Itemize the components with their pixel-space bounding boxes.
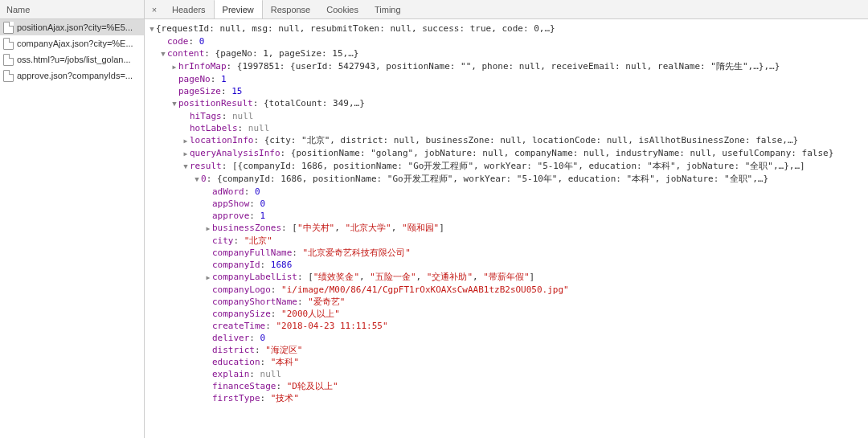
- request-detail-panel: × HeadersPreviewResponseCookiesTiming {r…: [145, 0, 868, 438]
- preview-tree[interactable]: {requestId: null, msg: null, resubmitTok…: [145, 19, 868, 438]
- json-punc: :: [221, 86, 231, 96]
- json-key: companySize: [212, 309, 271, 319]
- arrow-down-icon[interactable]: [148, 23, 156, 35]
- tree-row[interactable]: 0: {companyId: 1686, positionName: "Go开发…: [148, 173, 868, 186]
- tree-row[interactable]: ▶companyLogo: "i/image/M00/86/41/CgpFT1r…: [148, 284, 868, 296]
- json-summary: {companyId: 1686, positionName: "Go开发工程师…: [217, 174, 768, 184]
- tab-cookies[interactable]: Cookies: [318, 0, 366, 18]
- tree-row[interactable]: ▶hiTags: null: [148, 110, 868, 122]
- json-summary: {city: "北京", district: null, businessZon…: [264, 135, 798, 145]
- tree-row[interactable]: ▶approve: 1: [148, 210, 868, 222]
- tab-response[interactable]: Response: [263, 0, 319, 18]
- tree-row[interactable]: businessZones: ["中关村", "北京大学", "颐和园"]: [148, 222, 868, 235]
- arrow-down-icon[interactable]: [193, 173, 201, 186]
- json-punc: ,: [473, 272, 483, 282]
- json-punc: :: [276, 381, 286, 391]
- json-key: pageNo: [178, 74, 211, 84]
- json-punc: :: [271, 284, 281, 295]
- tree-row[interactable]: positionResult: {totalCount: 349,…}: [148, 97, 868, 110]
- tree-row[interactable]: ▶city: "北京": [148, 235, 868, 247]
- tree-row[interactable]: locationInfo: {city: "北京", district: nul…: [148, 134, 868, 147]
- tree-row[interactable]: ▶deliver: 0: [148, 332, 868, 344]
- arrow-right-icon[interactable]: [204, 271, 212, 284]
- json-key: pageSize: [178, 86, 221, 96]
- tree-row[interactable]: ▶pageNo: 1: [148, 73, 868, 85]
- tree-row[interactable]: ▶explain: null: [148, 368, 868, 380]
- json-num: 1686: [271, 260, 293, 270]
- json-punc: :: [204, 48, 215, 59]
- request-item[interactable]: approve.json?companyIds=...: [0, 68, 144, 84]
- request-item[interactable]: companyAjax.json?city=%E...: [0, 35, 144, 51]
- json-key: queryAnalysisInfo: [190, 148, 280, 158]
- tree-row[interactable]: ▶appShow: 0: [148, 198, 868, 210]
- close-icon[interactable]: ×: [145, 0, 164, 18]
- tree-row[interactable]: companyLabelList: ["绩效奖金", "五险一金", "交通补助…: [148, 271, 868, 284]
- arrow-right-icon[interactable]: [182, 147, 190, 160]
- tab-preview[interactable]: Preview: [214, 0, 263, 18]
- json-key: explain: [212, 369, 249, 379]
- request-item[interactable]: oss.html?u=/jobs/list_golan...: [0, 51, 144, 68]
- tree-row[interactable]: ▶financeStage: "D轮及以上": [148, 380, 868, 392]
- tree-row[interactable]: ▶education: "本科": [148, 356, 868, 368]
- json-str: "中关村": [297, 223, 334, 233]
- arrow-right-icon[interactable]: [204, 222, 212, 235]
- tree-row[interactable]: content: {pageNo: 1, pageSize: 15,…}: [148, 47, 868, 60]
- file-icon: [3, 38, 14, 50]
- json-punc: :: [260, 393, 271, 403]
- json-summary: {pageNo: 1, pageSize: 15,…}: [215, 48, 359, 59]
- arrow-down-icon[interactable]: [159, 47, 167, 60]
- tree-row[interactable]: ▶firstType: "技术": [148, 392, 868, 404]
- tree-row[interactable]: queryAnalysisInfo: {positionName: "golan…: [148, 147, 868, 160]
- tree-row[interactable]: ▶companyFullName: "北京爱奇艺科技有限公司": [148, 247, 868, 259]
- json-punc: :: [249, 199, 260, 209]
- json-punc: :: [227, 61, 237, 72]
- arrow-down-icon[interactable]: [182, 160, 190, 173]
- json-punc: :: [244, 186, 255, 197]
- json-str: "爱奇艺": [308, 297, 345, 307]
- tree-row[interactable]: {requestId: null, msg: null, resubmitTok…: [148, 23, 868, 35]
- request-list-header: Name: [0, 0, 144, 19]
- json-str: "绩效奖金": [313, 272, 359, 282]
- json-str: "技术": [271, 393, 299, 403]
- json-punc: :: [253, 98, 264, 108]
- tab-timing[interactable]: Timing: [366, 0, 409, 18]
- json-key: firstType: [212, 393, 260, 403]
- arrow-right-icon[interactable]: [182, 134, 190, 147]
- json-punc: :: [238, 123, 248, 133]
- json-punc: ,: [334, 223, 345, 233]
- tree-row[interactable]: ▶code: 0: [148, 35, 868, 47]
- json-key: city: [212, 235, 234, 246]
- json-punc: :: [249, 369, 260, 379]
- tree-row[interactable]: ▶hotLabels: null: [148, 122, 868, 134]
- json-punc: :: [207, 174, 217, 184]
- tree-row[interactable]: result: [{companyId: 1686, positionName:…: [148, 160, 868, 173]
- json-punc: :: [222, 161, 232, 171]
- json-key: companyLogo: [212, 284, 271, 295]
- arrow-down-icon[interactable]: [170, 97, 178, 110]
- json-summary: {positionName: "golang", jobNature: null…: [291, 148, 834, 158]
- tree-row[interactable]: ▶companyId: 1686: [148, 259, 868, 271]
- json-summary: [{companyId: 1686, positionName: "Go开发工程…: [232, 161, 805, 171]
- json-key: positionResult: [178, 98, 253, 108]
- tree-row[interactable]: hrInfoMap: {1997851: {userId: 5427943, p…: [148, 60, 868, 73]
- tab-headers[interactable]: Headers: [164, 0, 214, 18]
- tree-row[interactable]: ▶createTime: "2018-04-23 11:11:55": [148, 320, 868, 332]
- json-num: 0: [199, 36, 205, 47]
- tree-row[interactable]: ▶companySize: "2000人以上": [148, 308, 868, 320]
- json-punc: :: [255, 345, 265, 355]
- request-list-panel: Name positionAjax.json?city=%E5...compan…: [0, 0, 145, 438]
- json-punc: ]: [439, 223, 444, 233]
- json-str: "五险一金": [370, 272, 416, 282]
- json-str: "北京": [244, 235, 272, 246]
- json-key: content: [167, 48, 204, 59]
- json-key: businessZones: [212, 223, 281, 233]
- tree-row[interactable]: ▶district: "海淀区": [148, 344, 868, 356]
- tree-row[interactable]: ▶companyShortName: "爱奇艺": [148, 296, 868, 308]
- arrow-right-icon[interactable]: [170, 60, 178, 73]
- json-str: "带薪年假": [483, 272, 529, 282]
- tree-row[interactable]: ▶adWord: 0: [148, 186, 868, 198]
- file-icon: [3, 54, 14, 66]
- tree-row[interactable]: ▶pageSize: 15: [148, 85, 868, 97]
- request-item[interactable]: positionAjax.json?city=%E5...: [0, 19, 144, 35]
- json-num: 15: [231, 86, 242, 96]
